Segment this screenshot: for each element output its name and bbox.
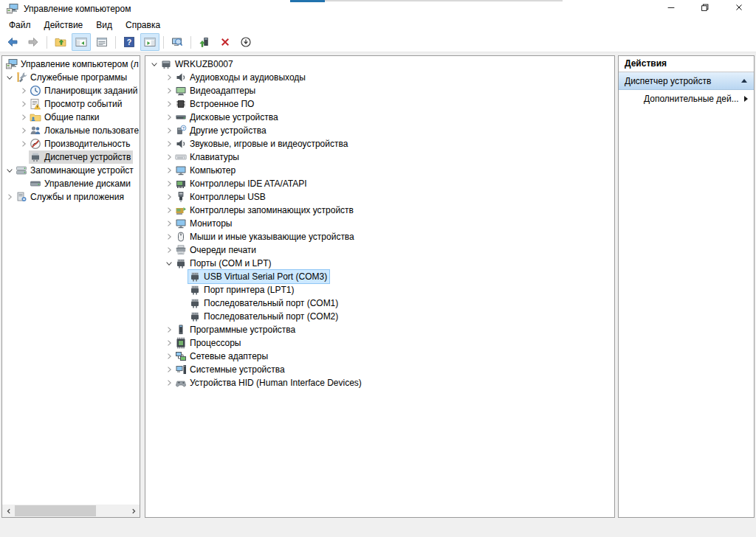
device-tree-item[interactable]: WRKUZB0007 <box>145 58 614 71</box>
expand-arrow-icon[interactable] <box>163 364 174 375</box>
horizontal-scrollbar[interactable] <box>2 505 140 517</box>
tree-item-core[interactable]: USB Virtual Serial Port (COM3) <box>188 270 329 283</box>
tree-item-core[interactable]: Последовательный порт (COM2) <box>188 310 340 323</box>
expand-arrow-icon[interactable] <box>18 98 29 110</box>
tree-item-core[interactable]: Локальные пользовате <box>29 124 140 137</box>
tree-item-core[interactable]: Производительность <box>29 137 132 150</box>
device-tree-item[interactable]: Последовательный порт (COM2) <box>145 310 614 323</box>
tree-item-core[interactable]: ?Другие устройства <box>174 124 269 137</box>
expand-arrow-icon[interactable] <box>18 111 29 123</box>
console-tree-item[interactable]: Управление дисками <box>2 177 140 190</box>
console-tree-item[interactable]: Производительность <box>2 137 140 150</box>
console-tree-item[interactable]: Запоминающие устройст <box>2 164 140 177</box>
tree-item-core[interactable]: Аудиовходы и аудиовыходы <box>174 71 308 84</box>
expand-arrow-icon[interactable] <box>163 178 174 190</box>
menu-item-3[interactable]: Справка <box>119 18 167 32</box>
tree-item-core[interactable]: Процессоры <box>174 336 244 350</box>
action-pane-toggle[interactable] <box>140 33 159 51</box>
tree-item-core[interactable]: Порт принтера (LPT1) <box>188 283 296 297</box>
expand-arrow-icon[interactable] <box>163 164 174 176</box>
device-tree-item[interactable]: Устройства HID (Human Interface Devices) <box>145 376 614 389</box>
close-button[interactable] <box>722 0 756 17</box>
expand-arrow-icon[interactable] <box>163 85 174 97</box>
device-tree-item[interactable]: Видеоадаптеры <box>145 84 614 97</box>
console-tree-item[interactable]: Служебные программы <box>2 71 140 84</box>
console-tree-item[interactable]: Управление компьютером (л <box>2 58 140 71</box>
console-tree-item[interactable]: Планировщик заданий <box>2 84 140 97</box>
tree-item-core[interactable]: Встроенное ПО <box>174 97 256 111</box>
device-tree-item[interactable]: Звуковые, игровые и видеоустройства <box>145 137 614 150</box>
tree-item-core[interactable]: Дисковые устройства <box>174 111 281 124</box>
tree-item-core[interactable]: Порты (COM и LPT) <box>174 257 274 270</box>
console-tree-item[interactable]: Диспетчер устройств <box>2 150 140 164</box>
device-tree-item[interactable]: Дисковые устройства <box>145 111 614 124</box>
console-tree-item[interactable]: Общие папки <box>2 111 140 124</box>
tree-item-core[interactable]: Мыши и иные указывающие устройства <box>174 230 357 243</box>
tree-item-core[interactable]: Устройства HID (Human Interface Devices) <box>174 376 364 389</box>
tree-item-core[interactable]: Служебные программы <box>15 71 129 84</box>
tree-item-core[interactable]: Службы и приложения <box>15 190 126 204</box>
expand-arrow-icon[interactable] <box>163 204 174 216</box>
device-tree-item[interactable]: Очереди печати <box>145 243 614 257</box>
minimize-button[interactable] <box>654 0 688 17</box>
device-tree-item[interactable]: Компьютер <box>145 164 614 177</box>
expand-arrow-icon[interactable] <box>163 191 174 203</box>
device-tree-item[interactable]: USB Virtual Serial Port (COM3) <box>145 270 614 283</box>
tree-item-core[interactable]: Видеоадаптеры <box>174 84 258 97</box>
back-button[interactable] <box>3 33 22 51</box>
expand-arrow-icon[interactable] <box>18 138 29 150</box>
tree-item-core[interactable]: Компьютер <box>174 164 238 177</box>
device-tree-item[interactable]: Контроллеры IDE ATA/ATAPI <box>145 177 614 190</box>
scroll-left-button[interactable] <box>2 505 15 517</box>
tree-item-core[interactable]: Управление дисками <box>29 177 133 190</box>
expand-arrow-icon[interactable] <box>163 324 174 336</box>
expand-arrow-icon[interactable] <box>163 337 174 349</box>
device-tree-item[interactable]: Сетевые адаптеры <box>145 350 614 363</box>
tree-item-core[interactable]: Запоминающие устройст <box>15 164 136 177</box>
console-tree-item[interactable]: Просмотр событий <box>2 97 140 111</box>
tree-item-core[interactable]: Общие папки <box>29 111 101 124</box>
collapse-arrow-icon[interactable] <box>4 72 15 83</box>
expand-arrow-icon[interactable] <box>163 98 174 110</box>
collapse-arrow-icon[interactable] <box>148 58 159 70</box>
collapse-arrow-icon[interactable] <box>4 164 15 176</box>
tree-item-core[interactable]: Системные устройства <box>174 363 287 376</box>
expand-arrow-icon[interactable] <box>163 125 174 136</box>
device-tree-item[interactable]: ?Другие устройства <box>145 124 614 137</box>
tree-item-core[interactable]: Управление компьютером (л <box>5 58 140 71</box>
scan-hardware-button[interactable] <box>168 33 187 51</box>
expand-arrow-icon[interactable] <box>163 244 174 256</box>
device-tree-item[interactable]: Мониторы <box>145 217 614 230</box>
expand-arrow-icon[interactable] <box>163 151 174 163</box>
tree-item-core[interactable]: WRKUZB0007 <box>159 58 236 71</box>
expand-arrow-icon[interactable] <box>163 377 174 389</box>
console-tree-item[interactable]: Службы и приложения <box>2 190 140 204</box>
device-tree-item[interactable]: Программные устройства <box>145 323 614 336</box>
device-tree-item[interactable]: Контроллеры USB <box>145 190 614 204</box>
tree-item-core[interactable]: Контроллеры IDE ATA/ATAPI <box>174 177 309 190</box>
collapse-arrow-icon[interactable] <box>163 257 174 269</box>
expand-arrow-icon[interactable] <box>4 191 15 203</box>
tree-item-core[interactable]: Звуковые, игровые и видеоустройства <box>174 137 350 150</box>
tree-item-core[interactable]: Контроллеры запоминающих устройств <box>174 204 356 217</box>
expand-arrow-icon[interactable] <box>18 125 29 136</box>
device-tree-item[interactable]: Последовательный порт (COM1) <box>145 297 614 310</box>
forward-button[interactable] <box>24 33 43 51</box>
disable-device-button[interactable] <box>236 33 255 51</box>
expand-arrow-icon[interactable] <box>163 72 174 83</box>
tree-item-core[interactable]: Диспетчер устройств <box>29 150 133 164</box>
restore-button[interactable] <box>688 0 722 17</box>
expand-arrow-icon[interactable] <box>163 111 174 123</box>
expand-arrow-icon[interactable] <box>163 350 174 362</box>
device-tree-item[interactable]: Процессоры <box>145 336 614 350</box>
device-tree-item[interactable]: Встроенное ПО <box>145 97 614 111</box>
console-tree-toggle[interactable] <box>72 33 91 51</box>
properties-button[interactable] <box>92 33 111 51</box>
title-bar[interactable]: Управление компьютером <box>0 0 756 17</box>
device-tree-item[interactable]: Системные устройства <box>145 363 614 376</box>
tree-item-core[interactable]: Планировщик заданий <box>29 84 140 97</box>
uninstall-device-button[interactable] <box>216 33 235 51</box>
scroll-right-button[interactable] <box>127 505 140 517</box>
tree-item-core[interactable]: Программные устройства <box>174 323 298 336</box>
device-tree-item[interactable]: Порт принтера (LPT1) <box>145 283 614 297</box>
